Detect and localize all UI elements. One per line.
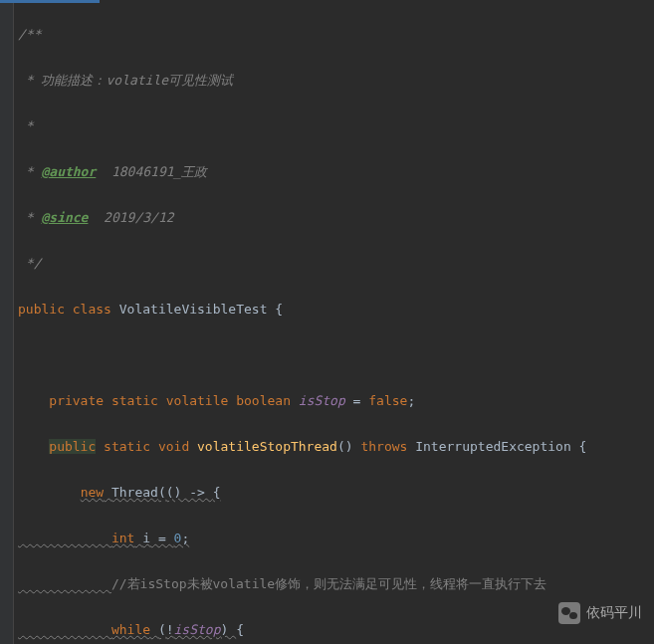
cn-comment-1: //若isStop未被volatile修饰，则无法满足可见性，线程将一直执行下去	[18, 572, 654, 595]
field-isStop: private static volatile boolean isStop =…	[18, 389, 654, 412]
doc-blank: *	[18, 118, 34, 133]
method-volatileStopThread: public static void volatileStopThread() …	[18, 435, 654, 458]
int-i: int i = 0;	[18, 527, 654, 549]
doc-author: * @author 18046191_王政	[18, 164, 207, 179]
watermark: 依码平川	[558, 601, 642, 624]
doc-since: * @since 2019/3/12	[18, 210, 174, 225]
code-area[interactable]: /** * 功能描述：volatile可见性测试 * * @author 180…	[14, 0, 654, 644]
watermark-text: 依码平川	[586, 601, 642, 624]
doc-close: */	[18, 256, 41, 271]
code-editor[interactable]: /** * 功能描述：volatile可见性测试 * * @author 180…	[0, 0, 654, 644]
doc-desc: * 功能描述：volatile可见性测试	[18, 73, 233, 88]
gutter	[0, 0, 14, 644]
new-thread: new Thread(() -> {	[18, 481, 654, 504]
class-decl: public class VolatileVisibleTest {	[18, 298, 654, 321]
doc-open: /**	[18, 27, 41, 42]
wechat-icon	[558, 602, 580, 624]
